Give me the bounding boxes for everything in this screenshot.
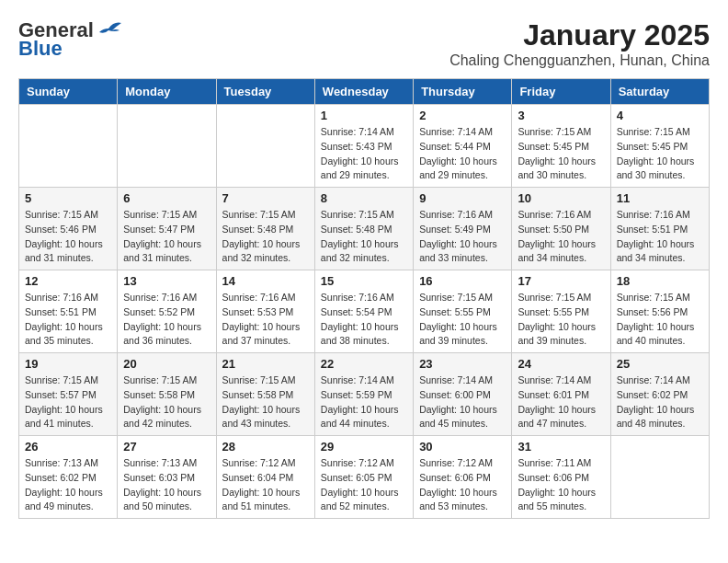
day-info: Sunrise: 7:11 AM Sunset: 6:06 PM Dayligh… [518,456,604,514]
day-info: Sunrise: 7:16 AM Sunset: 5:49 PM Dayligh… [419,208,506,266]
calendar-cell: 20Sunrise: 7:15 AM Sunset: 5:58 PM Dayli… [118,353,216,436]
calendar-cell: 1Sunrise: 7:14 AM Sunset: 5:43 PM Daylig… [314,105,413,188]
day-info: Sunrise: 7:15 AM Sunset: 5:55 PM Dayligh… [518,291,604,349]
day-number: 3 [518,109,604,122]
calendar-cell: 15Sunrise: 7:16 AM Sunset: 5:54 PM Dayli… [314,270,413,353]
calendar-cell: 12Sunrise: 7:16 AM Sunset: 5:51 PM Dayli… [19,270,118,353]
day-info: Sunrise: 7:15 AM Sunset: 5:55 PM Dayligh… [419,291,506,349]
day-info: Sunrise: 7:12 AM Sunset: 6:06 PM Dayligh… [419,456,506,514]
day-info: Sunrise: 7:14 AM Sunset: 6:00 PM Dayligh… [419,373,506,431]
weekday-header-sunday: Sunday [19,79,118,105]
day-info: Sunrise: 7:15 AM Sunset: 5:45 PM Dayligh… [617,125,703,183]
logo-blue-text: Blue [18,37,63,61]
weekday-header-tuesday: Tuesday [216,79,314,105]
calendar-week-2: 5Sunrise: 7:15 AM Sunset: 5:46 PM Daylig… [19,188,710,270]
page-header: General Blue January 2025 Chaling Chengg… [18,18,710,69]
day-info: Sunrise: 7:13 AM Sunset: 6:02 PM Dayligh… [25,456,111,514]
day-number: 14 [222,274,309,288]
calendar-cell: 19Sunrise: 7:15 AM Sunset: 5:57 PM Dayli… [19,353,118,436]
calendar-cell: 25Sunrise: 7:14 AM Sunset: 6:02 PM Dayli… [610,353,709,436]
day-info: Sunrise: 7:16 AM Sunset: 5:50 PM Dayligh… [518,208,604,266]
day-number: 22 [321,357,407,371]
calendar-week-4: 19Sunrise: 7:15 AM Sunset: 5:57 PM Dayli… [19,353,710,436]
day-info: Sunrise: 7:15 AM Sunset: 5:48 PM Dayligh… [321,208,407,266]
calendar-table: SundayMondayTuesdayWednesdayThursdayFrid… [18,78,710,519]
calendar-cell: 8Sunrise: 7:15 AM Sunset: 5:48 PM Daylig… [314,188,413,270]
calendar-header-row: SundayMondayTuesdayWednesdayThursdayFrid… [19,79,710,105]
day-number: 13 [123,274,210,288]
calendar-cell: 9Sunrise: 7:16 AM Sunset: 5:49 PM Daylig… [414,188,512,270]
day-info: Sunrise: 7:16 AM Sunset: 5:52 PM Dayligh… [123,291,210,349]
calendar-cell: 16Sunrise: 7:15 AM Sunset: 5:55 PM Dayli… [414,270,512,353]
day-number: 1 [321,109,407,122]
calendar-cell: 13Sunrise: 7:16 AM Sunset: 5:52 PM Dayli… [118,270,216,353]
logo: General Blue [18,18,121,61]
calendar-week-5: 26Sunrise: 7:13 AM Sunset: 6:02 PM Dayli… [19,436,710,519]
calendar-cell: 17Sunrise: 7:15 AM Sunset: 5:55 PM Dayli… [512,270,610,353]
calendar-cell: 31Sunrise: 7:11 AM Sunset: 6:06 PM Dayli… [512,436,610,519]
calendar-cell: 4Sunrise: 7:15 AM Sunset: 5:45 PM Daylig… [610,105,709,188]
calendar-cell [216,105,314,188]
calendar-cell: 18Sunrise: 7:15 AM Sunset: 5:56 PM Dayli… [610,270,709,353]
weekday-header-saturday: Saturday [610,79,709,105]
day-number: 20 [123,357,210,371]
day-number: 9 [419,191,506,205]
day-number: 19 [25,357,111,371]
calendar-week-3: 12Sunrise: 7:16 AM Sunset: 5:51 PM Dayli… [19,270,710,353]
day-info: Sunrise: 7:15 AM Sunset: 5:45 PM Dayligh… [518,125,604,183]
day-number: 12 [25,274,111,288]
day-number: 29 [321,440,407,454]
day-number: 10 [518,191,604,205]
day-info: Sunrise: 7:16 AM Sunset: 5:53 PM Dayligh… [222,291,309,349]
calendar-cell: 29Sunrise: 7:12 AM Sunset: 6:05 PM Dayli… [314,436,413,519]
day-info: Sunrise: 7:14 AM Sunset: 5:44 PM Dayligh… [419,125,506,183]
weekday-header-wednesday: Wednesday [314,79,413,105]
calendar-cell [610,436,709,519]
day-number: 2 [419,109,506,122]
day-info: Sunrise: 7:16 AM Sunset: 5:51 PM Dayligh… [617,208,703,266]
day-number: 4 [617,109,703,122]
day-number: 8 [321,191,407,205]
day-info: Sunrise: 7:15 AM Sunset: 5:47 PM Dayligh… [123,208,210,266]
calendar-cell: 5Sunrise: 7:15 AM Sunset: 5:46 PM Daylig… [19,188,118,270]
day-info: Sunrise: 7:16 AM Sunset: 5:51 PM Dayligh… [25,291,111,349]
day-number: 24 [518,357,604,371]
day-info: Sunrise: 7:12 AM Sunset: 6:05 PM Dayligh… [321,456,407,514]
day-info: Sunrise: 7:15 AM Sunset: 5:58 PM Dayligh… [222,373,309,431]
weekday-header-friday: Friday [512,79,610,105]
calendar-cell: 28Sunrise: 7:12 AM Sunset: 6:04 PM Dayli… [216,436,314,519]
calendar-cell: 22Sunrise: 7:14 AM Sunset: 5:59 PM Dayli… [314,353,413,436]
calendar-cell: 14Sunrise: 7:16 AM Sunset: 5:53 PM Dayli… [216,270,314,353]
day-info: Sunrise: 7:14 AM Sunset: 5:43 PM Dayligh… [321,125,407,183]
calendar-cell [118,105,216,188]
logo-bird-icon [96,21,121,40]
day-info: Sunrise: 7:13 AM Sunset: 6:03 PM Dayligh… [123,456,210,514]
calendar-cell: 21Sunrise: 7:15 AM Sunset: 5:58 PM Dayli… [216,353,314,436]
day-info: Sunrise: 7:14 AM Sunset: 5:59 PM Dayligh… [321,373,407,431]
calendar-cell: 27Sunrise: 7:13 AM Sunset: 6:03 PM Dayli… [118,436,216,519]
day-number: 31 [518,440,604,454]
day-info: Sunrise: 7:12 AM Sunset: 6:04 PM Dayligh… [222,456,309,514]
calendar-subtitle: Chaling Chengguanzhen, Hunan, China [449,52,710,69]
calendar-title: January 2025 [449,18,710,52]
day-number: 30 [419,440,506,454]
day-number: 26 [25,440,111,454]
calendar-cell: 24Sunrise: 7:14 AM Sunset: 6:01 PM Dayli… [512,353,610,436]
day-info: Sunrise: 7:15 AM Sunset: 5:57 PM Dayligh… [25,373,111,431]
day-number: 15 [321,274,407,288]
calendar-cell: 6Sunrise: 7:15 AM Sunset: 5:47 PM Daylig… [118,188,216,270]
day-info: Sunrise: 7:16 AM Sunset: 5:54 PM Dayligh… [321,291,407,349]
weekday-header-monday: Monday [118,79,216,105]
day-info: Sunrise: 7:14 AM Sunset: 6:02 PM Dayligh… [617,373,703,431]
calendar-cell: 3Sunrise: 7:15 AM Sunset: 5:45 PM Daylig… [512,105,610,188]
day-info: Sunrise: 7:14 AM Sunset: 6:01 PM Dayligh… [518,373,604,431]
day-number: 25 [617,357,703,371]
day-number: 23 [419,357,506,371]
day-number: 21 [222,357,309,371]
day-number: 17 [518,274,604,288]
calendar-cell: 11Sunrise: 7:16 AM Sunset: 5:51 PM Dayli… [610,188,709,270]
calendar-cell: 30Sunrise: 7:12 AM Sunset: 6:06 PM Dayli… [414,436,512,519]
day-info: Sunrise: 7:15 AM Sunset: 5:46 PM Dayligh… [25,208,111,266]
day-number: 11 [617,191,703,205]
day-number: 18 [617,274,703,288]
